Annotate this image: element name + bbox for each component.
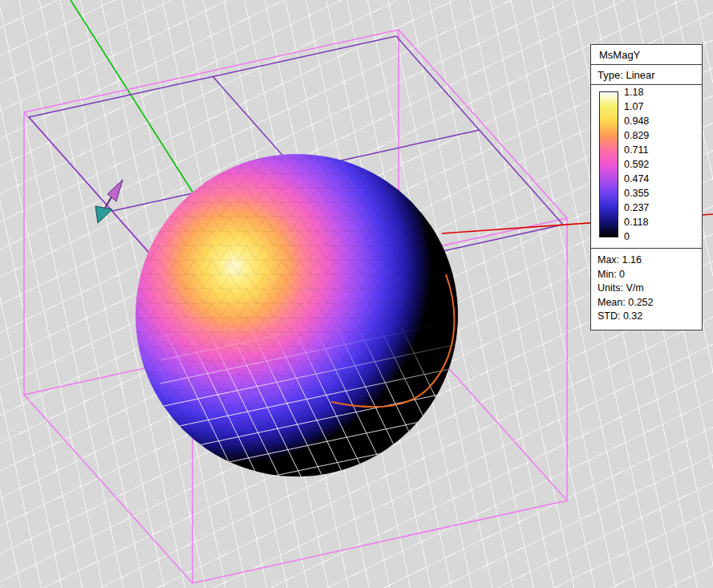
colorbar <box>599 91 618 237</box>
source-arrow-teal-icon <box>95 206 112 223</box>
colorbar-label: 0.711 <box>624 145 649 155</box>
colorbar-label: 0.948 <box>624 116 649 126</box>
colorbar-label: 1.07 <box>624 102 649 112</box>
source-arrow-magenta-icon <box>107 180 123 201</box>
stat-units: Units: V/m <box>598 282 695 296</box>
colorbar-label: 0.829 <box>624 131 649 140</box>
stat-max: Max: 1.16 <box>598 253 695 268</box>
legend-scale: 1.18 1.07 0.948 0.829 0.711 0.592 0.474 … <box>591 85 702 249</box>
colorbar-label: 0.237 <box>624 203 649 213</box>
legend-stats: Max: 1.16 Min: 0 Units: V/m Mean: 0.252 … <box>591 249 702 330</box>
colorbar-label: 0.118 <box>624 217 649 227</box>
field-sphere <box>136 154 481 500</box>
sphere-facet-overlay <box>136 154 458 476</box>
legend-type: Type: Linear <box>591 65 702 85</box>
stat-std: STD: 0.32 <box>598 310 695 324</box>
stat-min: Min: 0 <box>598 268 695 282</box>
colorbar-label: 0.474 <box>624 174 649 184</box>
legend-title: MsMagY <box>591 45 702 65</box>
colorbar-label: 1.18 <box>624 87 649 97</box>
colorbar-labels: 1.18 1.07 0.948 0.829 0.711 0.592 0.474 … <box>624 87 649 241</box>
colorbar-label: 0.355 <box>624 189 649 198</box>
colorbar-label: 0 <box>624 232 649 241</box>
viewport-background: { "legend": { "title": "MsMagY", "type_l… <box>0 0 713 588</box>
source-symbol <box>95 180 123 223</box>
stat-mean: Mean: 0.252 <box>598 296 695 310</box>
colorbar-label: 0.592 <box>624 160 649 169</box>
legend-panel: MsMagY Type: Linear 1.18 1.07 0.948 0.82… <box>590 44 703 330</box>
